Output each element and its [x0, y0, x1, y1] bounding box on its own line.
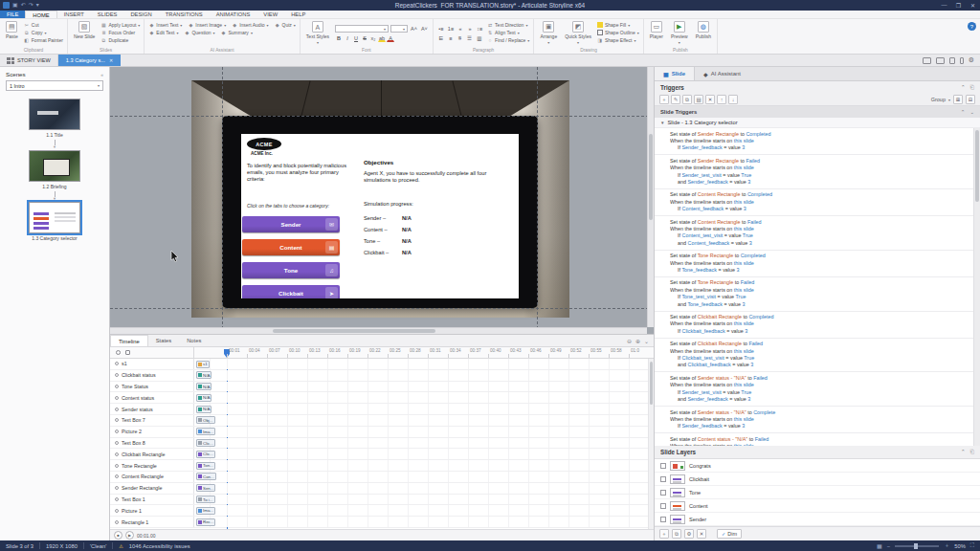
timeline-ruler-track[interactable]: 00:0100:0400:0700:1000:1300:1600:1900:22…	[194, 347, 654, 358]
slide-thumbnail[interactable]	[29, 202, 80, 233]
timeline-object-bar[interactable]: Ima...	[196, 428, 215, 435]
shape-fill-button[interactable]: Shape Fill▾	[597, 22, 639, 28]
collapse-panel-icon[interactable]: «	[100, 72, 103, 77]
trigger-item[interactable]: Set state of Sender status - "N/A" to Fa…	[655, 372, 980, 407]
timeline-object-bar[interactable]: N/A	[196, 406, 212, 413]
decrease-indent-button[interactable]: «	[457, 25, 464, 33]
timeline-row[interactable]: Text Box 1To i...	[110, 495, 654, 506]
timeline-row[interactable]: Clickbait statusN/A	[110, 370, 654, 382]
duplicate-layer-button[interactable]: ⧉	[672, 529, 681, 539]
text-direction-button[interactable]: ⇄Text Direction▾	[487, 22, 529, 28]
shape-outline-button[interactable]: Shape Outline▾	[597, 30, 639, 35]
ribbon-tab-slides[interactable]: SLIDES	[91, 11, 124, 18]
qat-chevron-down-icon[interactable]: ▾	[36, 2, 39, 9]
visibility-toggle-icon[interactable]	[115, 385, 119, 388]
timeline-row[interactable]: Content RectangleCon...	[110, 472, 654, 483]
move-trigger-down-button[interactable]: ↓	[728, 95, 738, 104]
trigger-item[interactable]: Set state of Sender status - "N/A" to Co…	[655, 407, 980, 433]
line-spacing-button[interactable]: ↕≡	[476, 25, 483, 33]
timeline-row[interactable]: Text Box 8Clic...	[110, 438, 654, 450]
timeline-object-bar[interactable]: Con...	[196, 473, 216, 480]
redo-icon[interactable]: ↷	[29, 2, 33, 9]
panel-tab-slide[interactable]: ▦Slide	[655, 67, 695, 80]
timeline-row[interactable]: Sender RectangleSen...	[110, 483, 654, 495]
subscript-button[interactable]: x₂	[369, 34, 377, 42]
hint-text[interactable]: Click on the tabs to choose a category:	[247, 203, 352, 209]
visibility-toggle-icon[interactable]	[115, 497, 119, 501]
timeline-tab-timeline[interactable]: Timeline	[110, 335, 148, 346]
timeline-object-bar[interactable]: Ima...	[196, 507, 215, 515]
italic-button[interactable]: I	[344, 34, 351, 42]
tree-expand-icon[interactable]: ▼	[660, 121, 664, 125]
visibility-toggle-icon[interactable]	[115, 373, 119, 377]
timeline-object-bar[interactable]: Sen...	[196, 484, 215, 492]
trigger-list-scrollbar[interactable]	[973, 128, 980, 446]
timeline-row[interactable]: Picture 1Ima...	[110, 505, 654, 517]
chevron-up-icon[interactable]: ⌃	[961, 109, 966, 115]
ribbon-tab-transitions[interactable]: TRANSITIONS	[159, 11, 210, 18]
delete-layer-button[interactable]: ✕	[697, 529, 706, 539]
find-replace-button[interactable]: ○Find / Replace▾	[487, 37, 529, 43]
scrollbar-thumb[interactable]	[975, 130, 979, 202]
maximize-button[interactable]: ❐	[951, 2, 966, 9]
fit-to-window-icon[interactable]: ⛶	[970, 542, 974, 549]
highlight-color-button[interactable]: ab	[378, 34, 386, 42]
slide-stage[interactable]: ACME ACME Inc. To identify and block pot…	[241, 134, 519, 298]
layer-visibility-checkbox[interactable]	[660, 476, 666, 482]
trigger-item[interactable]: Set state of Content Rectangle to Comple…	[655, 189, 980, 216]
quick-styles-button[interactable]: ◩ Quick Styles ▾	[563, 21, 593, 45]
slide-layer-row[interactable]: Content	[655, 499, 980, 513]
dim-layers-checkbox[interactable]: ✓ Dim	[717, 529, 742, 539]
desktop-preview-icon[interactable]	[923, 57, 931, 64]
timeline-row[interactable]: Rectangle 1Rec...	[110, 517, 654, 528]
format-painter-button[interactable]: ◧Format Painter	[24, 37, 63, 43]
minimize-button[interactable]: —	[937, 2, 951, 9]
category-button-content[interactable]: Content▤	[242, 239, 340, 255]
undo-icon[interactable]: ↶	[21, 2, 26, 9]
phone-preview-icon[interactable]	[960, 57, 964, 64]
zoom-out-icon[interactable]: ⊖	[627, 338, 632, 344]
timeline-object-bar[interactable]: N/A	[196, 383, 212, 390]
visibility-toggle-icon[interactable]	[115, 464, 119, 468]
zoom-out-icon[interactable]: −	[887, 543, 891, 549]
timeline-row[interactable]: Tone RectangleTon...	[110, 460, 654, 472]
question-button[interactable]: ◆Question▾	[184, 30, 214, 35]
timeline-object-bar[interactable]: Rec...	[196, 518, 215, 526]
trigger-item[interactable]: Set state of Clickbait Rectangle to Comp…	[655, 312, 980, 339]
visibility-toggle-icon[interactable]	[115, 408, 119, 411]
timeline-object-bar[interactable]: s1	[196, 361, 210, 368]
insert-image-button[interactable]: ◆Insert Image▾	[188, 22, 226, 28]
visibility-toggle-icon[interactable]	[115, 441, 119, 445]
ribbon-tab-animations[interactable]: ANIMATIONS	[210, 11, 257, 18]
expand-all-icon[interactable]: ⊞	[953, 95, 963, 104]
text-styles-button[interactable]: A Text Styles ▾	[304, 21, 331, 45]
group-dropdown[interactable]: Group ▾ ⊞ ⊟	[931, 95, 975, 104]
font-color-button[interactable]: A	[387, 34, 394, 42]
timeline-row[interactable]: Text Box 7Obj...	[110, 415, 654, 427]
objectives-title[interactable]: Objectives	[364, 159, 393, 165]
collapse-all-icon[interactable]: ⊟	[966, 95, 975, 104]
close-button[interactable]: ✕	[966, 2, 980, 9]
slide-layer-row[interactable]: Clickbait	[655, 473, 980, 486]
story-view-button[interactable]: STORY VIEW	[0, 55, 58, 66]
layer-visibility-checkbox[interactable]	[660, 503, 666, 509]
timeline-object-bar[interactable]: To i...	[196, 496, 215, 503]
visibility-toggle-icon[interactable]	[115, 509, 119, 513]
visibility-toggle-icon[interactable]	[115, 430, 119, 433]
canvas-vertical-scrollbar[interactable]	[647, 67, 654, 327]
increase-indent-button[interactable]: »	[466, 25, 474, 33]
new-trigger-button[interactable]: ＋	[659, 95, 669, 104]
pin-panel-icon[interactable]: ⎗	[970, 84, 974, 91]
font-size-select[interactable]: ▾	[390, 25, 408, 33]
visibility-toggle-icon[interactable]	[115, 418, 119, 422]
shrink-font-button[interactable]: A˅	[420, 25, 429, 33]
underline-button[interactable]: U	[352, 34, 360, 42]
timeline-row[interactable]: Picture 2Ima...	[110, 427, 654, 438]
new-slide-button[interactable]: ▧ New Slide	[72, 21, 98, 45]
timeline-object-bar[interactable]: Ton...	[196, 462, 215, 470]
zoom-slider[interactable]	[895, 545, 939, 547]
trigger-item[interactable]: Set state of Tone Rectangle to FailedWhe…	[655, 277, 980, 312]
trigger-item[interactable]: Set state of Content Rectangle to Failed…	[655, 216, 980, 251]
progress-title[interactable]: Simulation progress:	[364, 201, 413, 207]
trigger-item[interactable]: Set state of Clickbait Rectangle to Fail…	[655, 339, 980, 373]
